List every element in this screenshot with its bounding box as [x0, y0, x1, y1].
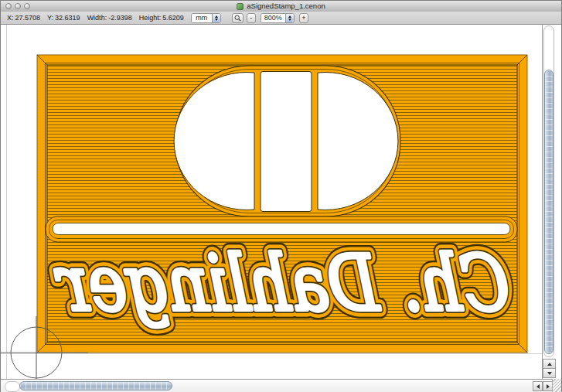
- x-label: X:: [7, 14, 14, 22]
- stamp-drawing: Ch. Dahlinger Ch. Dahlinger Ch. Dahlinge…: [1, 25, 542, 379]
- logo-middle-window: [261, 72, 312, 212]
- unit-dropdown[interactable]: mm: [191, 13, 221, 23]
- horizontal-scrollbar-thumb[interactable]: [19, 381, 172, 390]
- x-value: 27.5708: [15, 14, 41, 22]
- coordinate-toolbar: X:27.5708 Y:32.6319 Width:-2.9398 Height…: [1, 12, 561, 25]
- zoom-stepper[interactable]: [285, 14, 294, 22]
- arrow-right-icon: [547, 384, 550, 389]
- zoom-level-dropdown[interactable]: 800%: [261, 13, 295, 23]
- arrow-left-icon: [536, 384, 540, 389]
- magnifier-icon: [234, 15, 241, 22]
- zoom-in-button[interactable]: +: [299, 13, 308, 23]
- height-label: Height:: [139, 14, 162, 22]
- height-value: 5.6209: [162, 14, 184, 22]
- zoom-out-button[interactable]: -: [247, 13, 256, 23]
- y-label: Y:: [47, 14, 53, 22]
- magnifier-button[interactable]: [232, 13, 244, 23]
- height-field: Height:5.6209: [139, 14, 184, 22]
- unit-stepper[interactable]: [212, 14, 220, 22]
- arrow-down-icon: [547, 372, 552, 375]
- app-window: aSignedStamp_1.cenon X:27.5708 Y:32.6319…: [0, 0, 562, 392]
- stepper-down-icon: [288, 19, 291, 21]
- vertical-scrollbar-thumb[interactable]: [544, 70, 553, 354]
- document-icon: [237, 3, 244, 10]
- signature-stroke: Ch. Dahlinger: [54, 238, 515, 329]
- width-value: -2.9398: [108, 14, 132, 22]
- x-coordinate-field: X:27.5708: [7, 14, 40, 22]
- drawing-canvas[interactable]: Ch. Dahlinger Ch. Dahlinger Ch. Dahlinge…: [1, 25, 542, 379]
- title-wrap: aSignedStamp_1.cenon: [1, 1, 561, 12]
- scroll-down-button[interactable]: [543, 368, 556, 378]
- vertical-scrollbar[interactable]: [542, 25, 555, 379]
- horizontal-scrollbar-track-cap: [5, 381, 20, 392]
- signature[interactable]: Ch. Dahlinger Ch. Dahlinger Ch. Dahlinge…: [54, 238, 515, 329]
- y-value: 32.6319: [55, 14, 80, 22]
- stepper-up-icon: [288, 15, 291, 18]
- title-bar[interactable]: aSignedStamp_1.cenon: [1, 1, 561, 12]
- width-field: Width:-2.9398: [87, 14, 132, 22]
- scroll-left-button[interactable]: [533, 381, 543, 391]
- stepper-down-icon: [215, 19, 218, 21]
- resize-grip[interactable]: [552, 379, 561, 392]
- stepper-up-icon: [215, 15, 218, 18]
- horizontal-scrollbar[interactable]: [1, 379, 561, 392]
- unit-value: mm: [192, 14, 212, 22]
- logo-shape[interactable]: [174, 66, 400, 216]
- zoom-level-value: 800%: [261, 14, 285, 22]
- y-coordinate-field: Y:32.6319: [47, 14, 80, 22]
- window-title: aSignedStamp_1.cenon: [247, 1, 325, 12]
- arrow-up-icon: [547, 363, 552, 366]
- width-label: Width:: [87, 14, 107, 22]
